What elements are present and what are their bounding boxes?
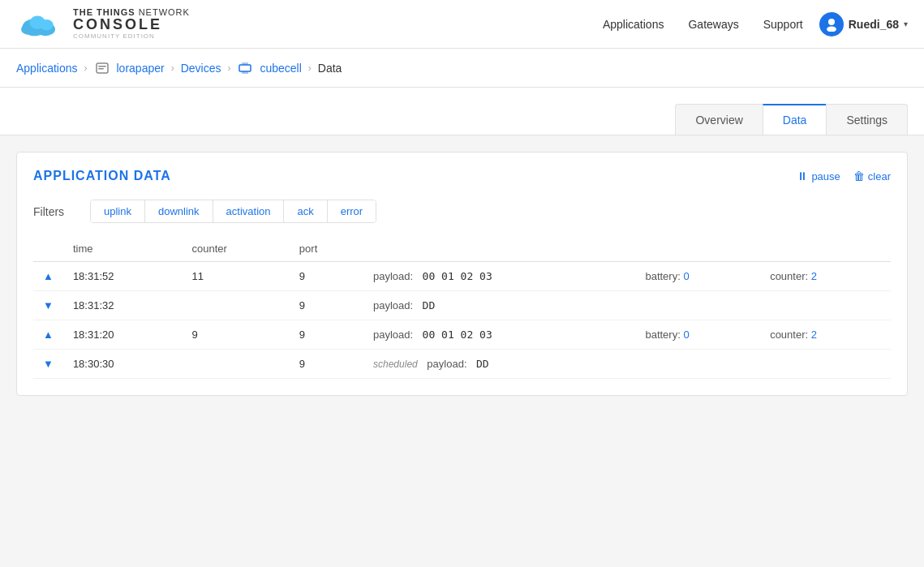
username: Ruedi_68 xyxy=(849,18,899,31)
svg-rect-12 xyxy=(242,71,248,74)
breadcrumb-devices[interactable]: Devices xyxy=(181,62,221,75)
avatar xyxy=(819,12,844,37)
svg-rect-9 xyxy=(98,68,104,70)
logo-area: THE THINGS NETWORK CONSOLE COMMUNITY EDI… xyxy=(16,7,190,41)
table-row: 18:31:20 9 9 payload: 00 01 02 03 batter… xyxy=(33,320,891,350)
nav-gateways[interactable]: Gateways xyxy=(688,18,738,31)
breadcrumb-lorapaper[interactable]: lorapaper xyxy=(117,62,165,75)
direction-cell xyxy=(33,350,63,379)
header: THE THINGS NETWORK CONSOLE COMMUNITY EDI… xyxy=(0,0,924,49)
payload-cell: scheduled payload: DD xyxy=(363,350,635,379)
meta-counter: counter: 2 xyxy=(760,262,891,291)
svg-point-6 xyxy=(827,26,836,32)
direction-cell xyxy=(33,291,63,320)
breadcrumb-cubecell[interactable]: cubecell xyxy=(260,62,301,75)
table-row: 18:31:52 11 9 payload: 00 01 02 03 batte… xyxy=(33,262,891,291)
panel-title: APPLICATION DATA xyxy=(33,169,171,183)
pause-button[interactable]: ⏸ pause xyxy=(797,170,840,183)
meta-counter: counter: 2 xyxy=(760,320,891,350)
port-cell: 9 xyxy=(290,350,363,379)
cubecell-icon xyxy=(237,60,253,76)
clear-label: clear xyxy=(868,170,891,183)
table-row: 18:31:32 9 payload: DD xyxy=(33,291,891,320)
nav-applications[interactable]: Applications xyxy=(603,18,664,31)
meta-empty-2 xyxy=(760,291,891,320)
breadcrumb-sep-4: › xyxy=(308,62,312,74)
arrow-down-icon xyxy=(43,358,54,370)
panel-header: APPLICATION DATA ⏸ pause 🗑 clear xyxy=(33,169,891,183)
svg-point-4 xyxy=(40,19,54,31)
filter-ack[interactable]: ack xyxy=(284,200,327,222)
breadcrumb: Applications › lorapaper › Devices › cub… xyxy=(0,49,924,88)
breadcrumb-applications[interactable]: Applications xyxy=(16,62,78,75)
filter-uplink[interactable]: uplink xyxy=(91,200,145,222)
svg-rect-11 xyxy=(242,62,248,65)
direction-cell xyxy=(33,262,63,291)
table-header-row: time counter port xyxy=(33,236,891,262)
chevron-down-icon: ▾ xyxy=(904,19,908,28)
filter-downlink[interactable]: downlink xyxy=(145,200,213,222)
time-cell: 18:31:20 xyxy=(63,320,183,350)
tab-group: Overview Data Settings xyxy=(676,104,908,135)
svg-rect-8 xyxy=(98,66,106,67)
tabs-bar: Overview Data Settings xyxy=(0,88,924,135)
breadcrumb-sep-1: › xyxy=(84,62,88,74)
tab-overview[interactable]: Overview xyxy=(675,104,763,135)
time-cell: 18:31:52 xyxy=(63,262,183,291)
filters-label: Filters xyxy=(33,205,74,218)
port-cell: 9 xyxy=(290,291,363,320)
counter-cell: 11 xyxy=(182,262,289,291)
logo-edition-label: COMMUNITY EDITION xyxy=(73,33,190,41)
counter-cell xyxy=(182,350,289,379)
port-cell: 9 xyxy=(290,262,363,291)
table-row: 18:30:30 9 scheduled payload: DD xyxy=(33,350,891,379)
logo-console-label: CONSOLE xyxy=(73,17,190,33)
breadcrumb-data: Data xyxy=(318,62,342,75)
meta-empty-2 xyxy=(760,350,891,379)
filters-row: Filters uplink downlink activation ack e… xyxy=(33,200,891,223)
payload-cell: payload: 00 01 02 03 xyxy=(363,262,635,291)
payload-cell: payload: DD xyxy=(363,291,635,320)
filter-error[interactable]: error xyxy=(328,200,376,222)
logo-icon xyxy=(16,8,65,41)
col-time: time xyxy=(63,236,183,262)
counter-cell xyxy=(182,291,289,320)
col-direction xyxy=(33,236,63,262)
col-counter: counter xyxy=(182,236,289,262)
filter-activation[interactable]: activation xyxy=(213,200,285,222)
scheduled-tag: scheduled xyxy=(373,359,418,370)
main-nav: Applications Gateways Support xyxy=(603,18,803,31)
panel-actions: ⏸ pause 🗑 clear xyxy=(797,170,891,183)
counter-cell: 9 xyxy=(182,320,289,350)
meta-battery: battery: 0 xyxy=(635,320,760,350)
direction-cell xyxy=(33,320,63,350)
lorapaper-icon xyxy=(94,60,110,76)
trash-icon: 🗑 xyxy=(853,170,865,183)
breadcrumb-sep-3: › xyxy=(227,62,230,74)
time-cell: 18:30:30 xyxy=(63,350,183,379)
svg-rect-10 xyxy=(239,65,251,71)
breadcrumb-sep-2: › xyxy=(171,62,174,74)
col-port: port xyxy=(290,236,363,262)
svg-point-5 xyxy=(828,19,835,25)
main-content: APPLICATION DATA ⏸ pause 🗑 clear Filters… xyxy=(0,135,924,567)
pause-icon: ⏸ xyxy=(797,170,808,183)
tab-settings[interactable]: Settings xyxy=(826,104,908,135)
meta-empty-1 xyxy=(635,291,760,320)
port-cell: 9 xyxy=(290,320,363,350)
arrow-down-icon xyxy=(43,299,54,311)
payload-cell: payload: 00 01 02 03 xyxy=(363,320,635,350)
user-menu[interactable]: Ruedi_68 ▾ xyxy=(819,12,908,37)
pause-label: pause xyxy=(811,170,840,183)
data-table: time counter port 18:31:52 11 9 payload:… xyxy=(33,236,891,379)
logo-text: THE THINGS NETWORK CONSOLE COMMUNITY EDI… xyxy=(73,7,190,41)
tab-data[interactable]: Data xyxy=(763,104,827,135)
time-cell: 18:31:32 xyxy=(63,291,183,320)
meta-empty-1 xyxy=(635,350,760,379)
filter-pills: uplink downlink activation ack error xyxy=(90,200,376,223)
app-data-panel: APPLICATION DATA ⏸ pause 🗑 clear Filters… xyxy=(16,152,908,396)
col-data xyxy=(363,236,891,262)
meta-battery: battery: 0 xyxy=(635,262,760,291)
nav-support[interactable]: Support xyxy=(763,18,803,31)
clear-button[interactable]: 🗑 clear xyxy=(853,170,891,183)
